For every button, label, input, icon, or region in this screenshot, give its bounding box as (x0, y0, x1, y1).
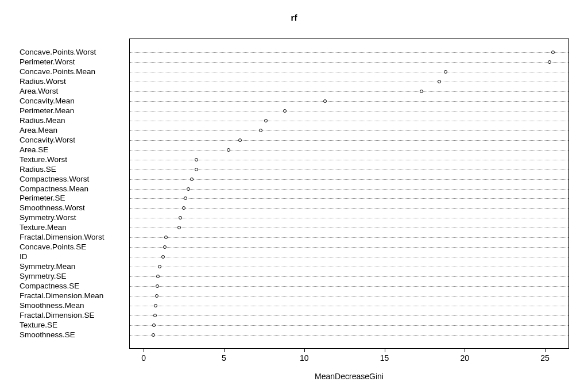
y-tick-label: Area.SE (20, 146, 126, 154)
y-tick-label: Concave.Points.Mean (20, 68, 126, 76)
y-tick-label: Perimeter.SE (20, 194, 126, 202)
x-tick-label: 5 (222, 353, 226, 363)
x-tick (224, 349, 225, 352)
y-tick-label: Compactness.SE (20, 282, 126, 290)
y-tick-label: Radius.Worst (20, 78, 126, 86)
y-tick-label: Compactness.Worst (20, 175, 126, 183)
y-tick-label: Concave.Points.SE (20, 243, 126, 251)
y-tick-label: Texture.Worst (20, 156, 126, 164)
chart-title: rf (0, 13, 588, 22)
x-tick (144, 349, 144, 352)
y-tick-label: Texture.SE (20, 321, 126, 329)
y-tick-label: Concavity.Mean (20, 97, 126, 105)
y-tick-label: Compactness.Mean (20, 185, 126, 193)
y-tick-label: Concave.Points.Worst (20, 48, 126, 56)
x-tick-label: 25 (540, 353, 550, 363)
y-tick-label: Concavity.Worst (20, 136, 126, 144)
y-tick-label: Fractal.Dimension.Mean (20, 292, 126, 300)
x-tick (385, 349, 385, 352)
x-axis-label: MeanDecreaseGini (129, 372, 569, 381)
y-tick-label: Perimeter.Mean (20, 107, 126, 115)
x-tick-label: 15 (380, 353, 389, 363)
x-tick-label: 0 (141, 353, 146, 363)
y-tick-label: Smoothness.SE (20, 331, 126, 339)
y-tick-label: Radius.SE (20, 165, 126, 174)
y-tick-label: Fractal.Dimension.Worst (20, 233, 126, 241)
y-tick-label: Smoothness.Mean (20, 302, 126, 310)
x-tick-label: 20 (460, 353, 469, 363)
x-tick-label: 10 (300, 353, 309, 363)
y-tick-label: Symmetry.Worst (20, 214, 126, 222)
x-tick (304, 349, 305, 352)
y-axis-labels: Concave.Points.WorstPerimeter.WorstConca… (20, 38, 129, 349)
y-tick-label: Texture.Mean (20, 224, 126, 232)
y-tick-label: Radius.Mean (20, 117, 126, 125)
y-tick-label: Area.Worst (20, 87, 126, 95)
x-tick (545, 349, 546, 352)
x-tick (465, 349, 465, 352)
plot-frame (129, 38, 569, 349)
y-tick-label: Area.Mean (20, 126, 126, 134)
y-tick-label: Fractal.Dimension.SE (20, 311, 126, 319)
y-tick-label: Smoothness.Worst (20, 204, 126, 212)
y-tick-label: ID (20, 253, 126, 261)
y-tick-label: Symmetry.Mean (20, 263, 126, 271)
y-tick-label: Perimeter.Worst (20, 58, 126, 66)
y-tick-label: Symmetry.SE (20, 272, 126, 280)
